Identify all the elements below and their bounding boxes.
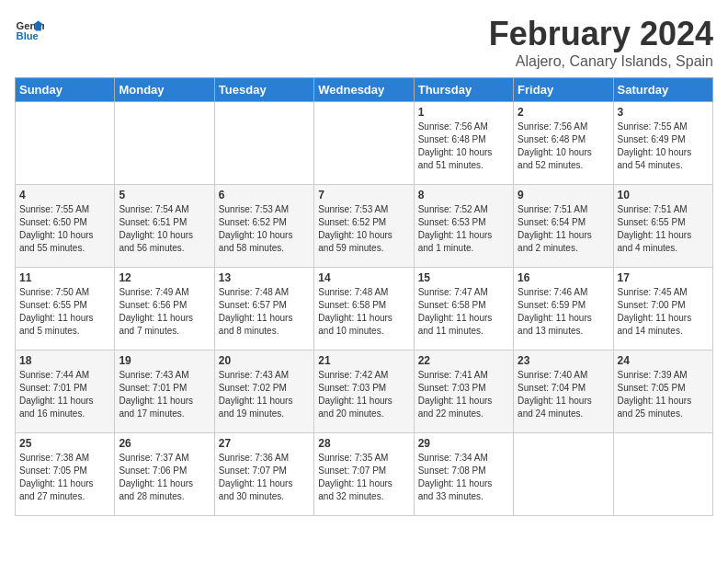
calendar-cell: 25Sunrise: 7:38 AM Sunset: 7:05 PM Dayli… — [16, 433, 115, 516]
day-info: Sunrise: 7:50 AM Sunset: 6:55 PM Dayligh… — [19, 286, 110, 338]
calendar-cell: 23Sunrise: 7:40 AM Sunset: 7:04 PM Dayli… — [514, 350, 613, 433]
day-number: 25 — [19, 437, 110, 450]
day-info: Sunrise: 7:40 AM Sunset: 7:04 PM Dayligh… — [518, 369, 609, 420]
title-area: February 2024 Alajero, Canary Islands, S… — [489, 15, 713, 70]
day-info: Sunrise: 7:49 AM Sunset: 6:56 PM Dayligh… — [119, 286, 210, 338]
calendar-week-row: 1Sunrise: 7:56 AM Sunset: 6:48 PM Daylig… — [16, 102, 713, 185]
day-number: 6 — [219, 189, 310, 201]
calendar-cell: 16Sunrise: 7:46 AM Sunset: 6:59 PM Dayli… — [514, 268, 613, 350]
day-number: 2 — [518, 106, 609, 119]
calendar-subtitle: Alajero, Canary Islands, Spain — [489, 53, 713, 70]
weekday-header: Monday — [115, 78, 214, 102]
day-number: 18 — [19, 354, 110, 367]
day-info: Sunrise: 7:54 AM Sunset: 6:51 PM Dayligh… — [119, 203, 210, 255]
day-info: Sunrise: 7:56 AM Sunset: 6:48 PM Dayligh… — [518, 121, 609, 172]
day-number: 21 — [318, 354, 409, 367]
day-info: Sunrise: 7:39 AM Sunset: 7:05 PM Dayligh… — [618, 369, 709, 420]
day-info: Sunrise: 7:38 AM Sunset: 7:05 PM Dayligh… — [19, 452, 110, 503]
logo-icon: General Blue — [15, 15, 44, 44]
calendar-week-row: 18Sunrise: 7:44 AM Sunset: 7:01 PM Dayli… — [16, 350, 713, 433]
calendar-title: February 2024 — [489, 15, 713, 53]
calendar-cell: 3Sunrise: 7:55 AM Sunset: 6:49 PM Daylig… — [613, 102, 712, 185]
weekday-header: Wednesday — [314, 78, 414, 102]
day-number: 16 — [518, 271, 609, 284]
day-number: 20 — [219, 354, 310, 367]
day-info: Sunrise: 7:48 AM Sunset: 6:58 PM Dayligh… — [318, 286, 409, 338]
calendar-cell: 15Sunrise: 7:47 AM Sunset: 6:58 PM Dayli… — [414, 268, 513, 350]
logo: General Blue — [15, 15, 48, 44]
calendar-cell: 1Sunrise: 7:56 AM Sunset: 6:48 PM Daylig… — [414, 102, 513, 185]
calendar-cell: 27Sunrise: 7:36 AM Sunset: 7:07 PM Dayli… — [214, 433, 313, 516]
day-info: Sunrise: 7:55 AM Sunset: 6:50 PM Dayligh… — [19, 203, 110, 255]
calendar-cell: 29Sunrise: 7:34 AM Sunset: 7:08 PM Dayli… — [414, 433, 513, 516]
day-number: 13 — [219, 271, 310, 284]
calendar-cell: 12Sunrise: 7:49 AM Sunset: 6:56 PM Dayli… — [115, 268, 214, 350]
calendar-cell: 6Sunrise: 7:53 AM Sunset: 6:52 PM Daylig… — [214, 185, 313, 268]
calendar-cell: 9Sunrise: 7:51 AM Sunset: 6:54 PM Daylig… — [514, 185, 613, 268]
calendar-week-row: 11Sunrise: 7:50 AM Sunset: 6:55 PM Dayli… — [16, 268, 713, 350]
calendar-cell — [214, 102, 313, 185]
day-info: Sunrise: 7:43 AM Sunset: 7:01 PM Dayligh… — [119, 369, 210, 420]
calendar-table: SundayMondayTuesdayWednesdayThursdayFrid… — [15, 77, 713, 516]
day-info: Sunrise: 7:35 AM Sunset: 7:07 PM Dayligh… — [318, 452, 409, 503]
day-number: 26 — [119, 437, 210, 450]
day-info: Sunrise: 7:42 AM Sunset: 7:03 PM Dayligh… — [318, 369, 409, 420]
calendar-cell — [613, 433, 712, 516]
day-info: Sunrise: 7:46 AM Sunset: 6:59 PM Dayligh… — [518, 286, 609, 338]
day-info: Sunrise: 7:45 AM Sunset: 7:00 PM Dayligh… — [618, 286, 709, 338]
day-info: Sunrise: 7:53 AM Sunset: 6:52 PM Dayligh… — [318, 203, 409, 255]
calendar-cell: 17Sunrise: 7:45 AM Sunset: 7:00 PM Dayli… — [613, 268, 712, 350]
weekday-header: Thursday — [414, 78, 513, 102]
day-info: Sunrise: 7:48 AM Sunset: 6:57 PM Dayligh… — [219, 286, 310, 338]
calendar-cell: 28Sunrise: 7:35 AM Sunset: 7:07 PM Dayli… — [314, 433, 414, 516]
day-number: 11 — [19, 271, 110, 284]
calendar-cell: 26Sunrise: 7:37 AM Sunset: 7:06 PM Dayli… — [115, 433, 214, 516]
calendar-cell: 20Sunrise: 7:43 AM Sunset: 7:02 PM Dayli… — [214, 350, 313, 433]
calendar-week-row: 25Sunrise: 7:38 AM Sunset: 7:05 PM Dayli… — [16, 433, 713, 516]
page-header: General Blue February 2024 Alajero, Cana… — [15, 15, 713, 70]
calendar-cell: 19Sunrise: 7:43 AM Sunset: 7:01 PM Dayli… — [115, 350, 214, 433]
svg-text:Blue: Blue — [17, 30, 39, 41]
calendar-cell: 21Sunrise: 7:42 AM Sunset: 7:03 PM Dayli… — [314, 350, 414, 433]
weekday-header: Friday — [514, 78, 613, 102]
calendar-cell — [314, 102, 414, 185]
day-info: Sunrise: 7:51 AM Sunset: 6:54 PM Dayligh… — [518, 203, 609, 255]
calendar-cell: 7Sunrise: 7:53 AM Sunset: 6:52 PM Daylig… — [314, 185, 414, 268]
calendar-cell: 14Sunrise: 7:48 AM Sunset: 6:58 PM Dayli… — [314, 268, 414, 350]
calendar-cell: 24Sunrise: 7:39 AM Sunset: 7:05 PM Dayli… — [613, 350, 712, 433]
day-number: 3 — [618, 106, 709, 119]
day-number: 10 — [618, 189, 709, 201]
calendar-cell: 13Sunrise: 7:48 AM Sunset: 6:57 PM Dayli… — [214, 268, 313, 350]
calendar-cell: 4Sunrise: 7:55 AM Sunset: 6:50 PM Daylig… — [16, 185, 115, 268]
day-number: 24 — [618, 354, 709, 367]
weekday-header: Tuesday — [214, 78, 313, 102]
calendar-cell — [16, 102, 115, 185]
day-info: Sunrise: 7:36 AM Sunset: 7:07 PM Dayligh… — [219, 452, 310, 503]
calendar-cell: 11Sunrise: 7:50 AM Sunset: 6:55 PM Dayli… — [16, 268, 115, 350]
weekday-header-row: SundayMondayTuesdayWednesdayThursdayFrid… — [16, 78, 713, 102]
day-info: Sunrise: 7:47 AM Sunset: 6:58 PM Dayligh… — [418, 286, 509, 338]
day-number: 12 — [119, 271, 210, 284]
weekday-header: Saturday — [613, 78, 712, 102]
day-info: Sunrise: 7:34 AM Sunset: 7:08 PM Dayligh… — [418, 452, 509, 503]
day-number: 15 — [418, 271, 509, 284]
day-number: 28 — [318, 437, 409, 450]
day-info: Sunrise: 7:43 AM Sunset: 7:02 PM Dayligh… — [219, 369, 310, 420]
day-number: 5 — [119, 189, 210, 201]
day-number: 14 — [318, 271, 409, 284]
day-number: 17 — [618, 271, 709, 284]
calendar-cell — [514, 433, 613, 516]
calendar-cell: 22Sunrise: 7:41 AM Sunset: 7:03 PM Dayli… — [414, 350, 513, 433]
day-number: 7 — [318, 189, 409, 201]
day-number: 27 — [219, 437, 310, 450]
day-info: Sunrise: 7:44 AM Sunset: 7:01 PM Dayligh… — [19, 369, 110, 420]
day-number: 8 — [418, 189, 509, 201]
calendar-cell: 18Sunrise: 7:44 AM Sunset: 7:01 PM Dayli… — [16, 350, 115, 433]
day-number: 22 — [418, 354, 509, 367]
day-info: Sunrise: 7:51 AM Sunset: 6:55 PM Dayligh… — [618, 203, 709, 255]
day-number: 23 — [518, 354, 609, 367]
calendar-cell: 5Sunrise: 7:54 AM Sunset: 6:51 PM Daylig… — [115, 185, 214, 268]
day-info: Sunrise: 7:37 AM Sunset: 7:06 PM Dayligh… — [119, 452, 210, 503]
day-info: Sunrise: 7:52 AM Sunset: 6:53 PM Dayligh… — [418, 203, 509, 255]
day-number: 9 — [518, 189, 609, 201]
